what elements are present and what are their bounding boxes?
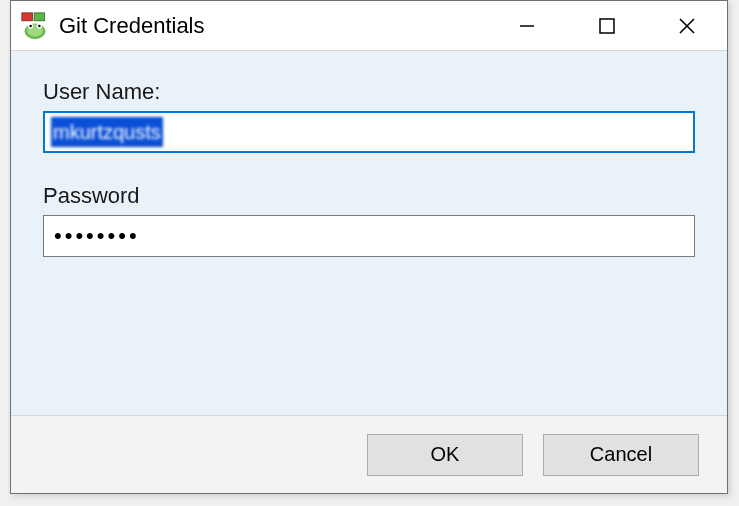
svg-rect-0 [22, 12, 33, 20]
minimize-button[interactable] [487, 1, 567, 50]
dialog-content: User Name: mkurtzqusts Password [11, 51, 727, 415]
password-label: Password [43, 183, 695, 209]
titlebar: Git Credentials [11, 1, 727, 51]
maximize-button[interactable] [567, 1, 647, 50]
svg-rect-9 [600, 19, 614, 33]
username-input[interactable]: mkurtzqusts [43, 111, 695, 153]
cancel-button[interactable]: Cancel [543, 434, 699, 476]
toad-app-icon [21, 12, 49, 40]
password-input[interactable] [43, 215, 695, 257]
dialog-footer: OK Cancel [11, 415, 727, 493]
dialog-title: Git Credentials [59, 13, 487, 39]
window-controls [487, 1, 727, 50]
username-value: mkurtzqusts [51, 117, 163, 147]
svg-point-6 [29, 24, 31, 26]
username-label: User Name: [43, 79, 695, 105]
close-button[interactable] [647, 1, 727, 50]
svg-point-7 [38, 24, 40, 26]
ok-button[interactable]: OK [367, 434, 523, 476]
git-credentials-dialog: Git Credentials User Name: mkurtzqusts P… [10, 0, 728, 494]
svg-rect-1 [34, 12, 45, 20]
